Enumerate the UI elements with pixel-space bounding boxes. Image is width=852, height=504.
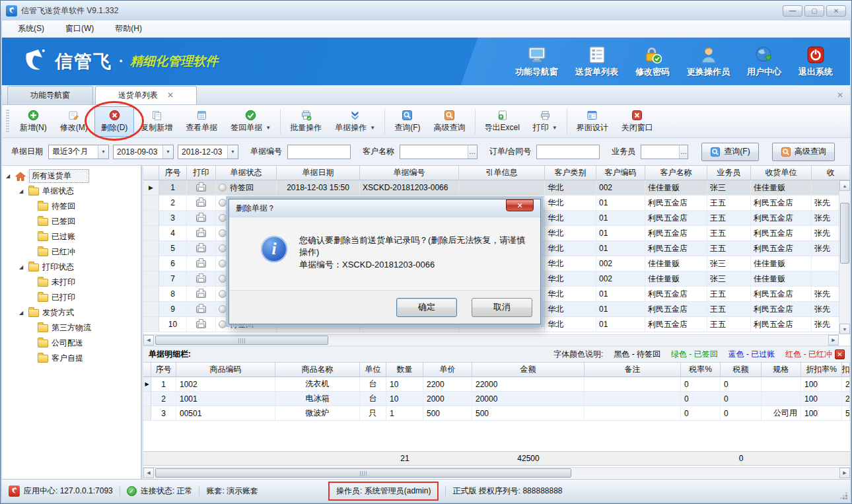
header-cell-2[interactable]: 单据状态 [216, 166, 277, 180]
cell-print[interactable] [187, 271, 216, 287]
salesman-input[interactable] [641, 145, 679, 159]
expand-icon[interactable]: ◢ [19, 264, 25, 270]
scrollbar-thumb[interactable] [155, 468, 571, 478]
expand-icon[interactable]: ◢ [6, 173, 12, 179]
header-cell-7[interactable]: 客户编码 [596, 166, 645, 180]
detail-header-cell-7[interactable]: 备注 [585, 363, 681, 377]
maximize-button[interactable]: ▢ [804, 5, 824, 17]
tree-item-2-1[interactable]: 公司配送 [2, 336, 141, 351]
cell-print[interactable] [187, 180, 216, 196]
banner-action-1[interactable]: 送货单列表 [570, 43, 623, 81]
header-cell[interactable] [143, 166, 159, 180]
scroll-right-icon[interactable]: ▶ [839, 468, 850, 478]
toolbar-button-5[interactable]: 签回单据▼ [224, 106, 277, 137]
tree-group-1[interactable]: ◢打印状态 [2, 260, 141, 275]
minimize-button[interactable]: — [783, 5, 802, 17]
tree-item-1-0[interactable]: 未打印 [2, 275, 141, 290]
detail-row[interactable]: ▶11002洗衣机台10220022000001002200 [143, 377, 850, 392]
header-cell-0[interactable]: 序号 [159, 166, 187, 180]
menu-item-1[interactable]: 窗口(W) [56, 21, 103, 36]
banner-action-0[interactable]: 功能导航窗 [510, 43, 563, 81]
cell-print[interactable] [187, 302, 216, 317]
cell-print[interactable] [187, 256, 216, 271]
tree-item-2-2[interactable]: 客户自提 [2, 351, 141, 366]
doc-no-input[interactable] [288, 145, 350, 159]
horizontal-scrollbar[interactable]: ◀ ▶ [143, 334, 839, 345]
menu-item-2[interactable]: 帮助(H) [106, 21, 151, 36]
panel-close-icon[interactable]: ✕ [837, 90, 843, 100]
detail-header-cell-6[interactable]: 金额 [472, 363, 585, 377]
resize-grip[interactable] [839, 491, 847, 499]
detail-header-cell-10[interactable]: 规格 [762, 363, 801, 377]
tree-item-2-0[interactable]: 第三方物流 [2, 320, 141, 336]
tree-item-0-3[interactable]: 已红冲 [2, 244, 141, 260]
chevron-down-icon[interactable]: ▼ [370, 125, 375, 131]
cell-print[interactable] [187, 287, 216, 302]
toolbar-button-8[interactable]: 查询(F) [388, 106, 427, 137]
tab-1[interactable]: 送货单列表✕ [95, 86, 197, 104]
scroll-left-icon[interactable]: ◀ [143, 335, 154, 345]
chevron-down-icon[interactable]: ▼ [227, 145, 238, 159]
header-cell-5[interactable]: 引单信息 [459, 166, 545, 180]
detail-header-cell-11[interactable]: 折扣率% [801, 363, 842, 377]
scrollbar-thumb[interactable] [840, 203, 849, 264]
expand-icon[interactable]: ◢ [19, 310, 25, 316]
toolbar-button-6[interactable]: 批量操作 [283, 106, 328, 137]
cell-print[interactable] [187, 241, 216, 256]
scroll-left-icon[interactable]: ◀ [143, 468, 154, 478]
header-cell-10[interactable]: 收货单位 [751, 166, 812, 180]
chevron-down-icon[interactable]: ▼ [552, 125, 557, 131]
detail-row[interactable]: 21001电冰箱台10200020000001002000 [143, 392, 850, 406]
header-cell-6[interactable]: 客户类别 [545, 166, 596, 180]
tree-item-0-0[interactable]: 待签回 [2, 199, 141, 214]
banner-action-5[interactable]: 退出系统 [793, 43, 838, 81]
header-cell-8[interactable]: 客户名称 [645, 166, 707, 180]
header-cell-4[interactable]: 单据编号 [360, 166, 459, 180]
toolbar-button-11[interactable]: 打印▼ [526, 106, 564, 137]
confirm-button[interactable]: 确定 [396, 298, 457, 317]
detail-header-cell-1[interactable]: 商品编码 [176, 363, 275, 377]
scroll-down-icon[interactable]: ▼ [839, 324, 850, 334]
detail-header-cell-0[interactable]: 序号 [151, 363, 176, 377]
toolbar-button-0[interactable]: 新增(N) [13, 106, 53, 137]
tree-item-0-2[interactable]: 已过账 [2, 229, 141, 244]
order-input[interactable] [537, 145, 599, 159]
customer-input[interactable] [400, 145, 468, 159]
cell-print[interactable] [187, 317, 216, 332]
toolbar-button-3[interactable]: 复制新增 [134, 106, 179, 137]
toolbar-button-2[interactable]: 删除(D) [94, 106, 135, 137]
search-button[interactable]: 查询(F) [701, 143, 758, 161]
detail-header-cell-9[interactable]: 税额 [721, 363, 762, 377]
detail-horizontal-scrollbar[interactable]: ◀ ▶ [143, 467, 850, 478]
lookup-ellipsis-icon[interactable]: … [468, 145, 477, 159]
chevron-down-icon[interactable]: ▼ [98, 145, 108, 159]
detail-header-cell-2[interactable]: 商品名称 [275, 363, 360, 377]
expand-icon[interactable]: ◢ [19, 188, 25, 194]
dialog-close-button[interactable]: ✕ [506, 199, 534, 211]
toolbar-button-1[interactable]: 修改(M) [53, 106, 94, 137]
tab-close-icon[interactable]: ✕ [167, 87, 174, 104]
scroll-right-icon[interactable]: ▶ [828, 335, 839, 345]
cell-print[interactable] [187, 211, 216, 226]
tree-group-2[interactable]: ◢发货方式 [2, 305, 141, 320]
tree-item-0-1[interactable]: 已签回 [2, 214, 141, 229]
detail-close-icon[interactable]: ✕ [835, 349, 845, 359]
cell-print[interactable] [187, 196, 216, 211]
header-cell-1[interactable]: 打印 [187, 166, 216, 180]
tree-root[interactable]: ◢所有送货单 [2, 168, 141, 184]
toolbar-button-13[interactable]: 关闭窗口 [615, 106, 660, 137]
detail-header-cell-5[interactable]: 单价 [423, 363, 472, 377]
lookup-ellipsis-icon[interactable]: … [679, 145, 688, 159]
toolbar-button-4[interactable]: 查看单据 [179, 106, 224, 137]
header-cell-3[interactable]: 单据日期 [277, 166, 360, 180]
banner-action-2[interactable]: 修改密码 [630, 43, 675, 81]
close-button[interactable]: ✕ [826, 5, 846, 17]
tab-0[interactable]: 功能导航窗 [7, 86, 93, 104]
detail-row[interactable]: 300501微波炉只150050000公司用100500 [143, 406, 850, 421]
advanced-search-button[interactable]: 高级查询 [772, 143, 835, 161]
header-cell-9[interactable]: 业务员 [707, 166, 751, 180]
toolbar-button-12[interactable]: 界面设计 [570, 106, 615, 137]
tree-item-1-1[interactable]: 已打印 [2, 290, 141, 305]
menu-item-0[interactable]: 系统(S) [9, 21, 53, 36]
toolbar-button-10[interactable]: 导出Excel [478, 106, 526, 137]
